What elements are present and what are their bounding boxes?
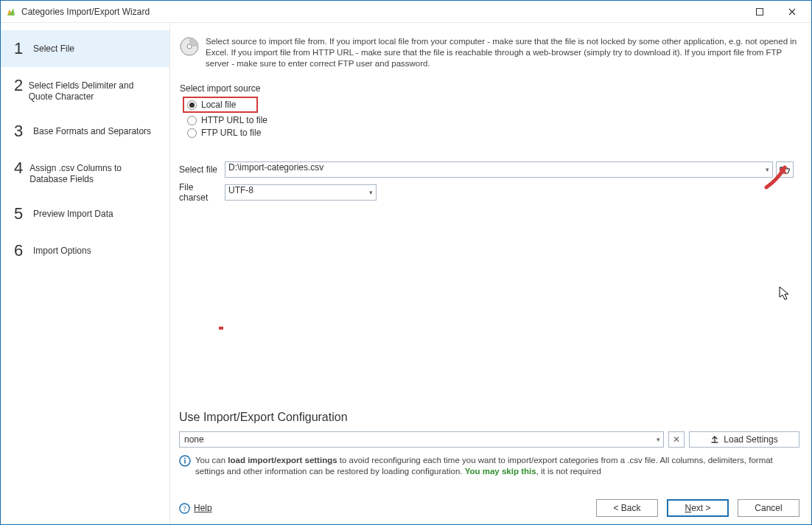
maximize-icon (756, 8, 763, 15)
select-file-label: Select file (179, 164, 225, 175)
radio-icon (187, 116, 197, 125)
config-title: Use Import/Export Configuration (179, 411, 799, 424)
back-button[interactable]: < Back (596, 499, 658, 517)
step-number: 1 (14, 41, 33, 57)
info-row: Select source to import file from. If yo… (179, 36, 799, 69)
disk-icon (179, 36, 200, 57)
file-charset-value: UTF-8 (228, 185, 253, 195)
step-3[interactable]: 3 Base Formats and Separators (1, 113, 169, 150)
config-section: Use Import/Export Configuration none ▾ ✕… (179, 411, 799, 477)
file-charset-label: File charset (179, 182, 225, 203)
arrow-annotation (763, 161, 792, 191)
step-label: Select File (33, 41, 74, 55)
clear-config-button[interactable]: ✕ (668, 431, 685, 448)
annotation-mark (219, 327, 223, 330)
titlebar: Categories Import/Export Wizard (1, 1, 811, 23)
svg-point-4 (184, 458, 186, 459)
highlight-annotation: Local file (183, 97, 258, 113)
config-combo[interactable]: none ▾ (179, 431, 664, 448)
select-file-input[interactable]: D:\import-categories.csv ▾ (225, 161, 773, 178)
import-source-group: Select import source Local file HTTP URL… (179, 83, 799, 141)
step-1[interactable]: 1 Select File (1, 30, 169, 67)
radio-label: Local file (201, 100, 236, 110)
radio-icon (187, 100, 197, 110)
file-charset-row: File charset UTF-8 ▾ (179, 182, 799, 203)
step-number: 6 (14, 243, 33, 259)
config-tip-text: You can load import/export settings to a… (195, 455, 799, 477)
svg-rect-5 (184, 460, 186, 464)
app-icon (5, 6, 17, 18)
info-icon (179, 455, 191, 467)
step-label: Base Formats and Separators (33, 123, 151, 137)
maximize-button[interactable] (743, 1, 776, 22)
close-icon: ✕ (673, 434, 680, 445)
group-legend: Select import source (180, 83, 799, 94)
file-charset-combo[interactable]: UTF-8 ▾ (225, 184, 377, 201)
radio-icon (187, 128, 197, 138)
help-label: Help (194, 503, 212, 513)
close-icon (788, 8, 796, 15)
svg-point-2 (187, 44, 192, 49)
step-number: 3 (14, 123, 33, 139)
step-label: Import Options (33, 243, 91, 257)
step-label: Preview Import Data (33, 206, 113, 220)
step-number: 2 (14, 77, 29, 94)
step-2[interactable]: 2 Select Fields Delimiter and Quote Char… (1, 67, 169, 113)
step-label: Select Fields Delimiter and Quote Charac… (29, 77, 159, 102)
load-settings-button[interactable]: Load Settings (689, 431, 799, 448)
svg-text:?: ? (183, 505, 186, 512)
radio-http-url[interactable]: HTTP URL to file (187, 115, 799, 125)
step-4[interactable]: 4 Assign .csv Columns to Database Fields (1, 150, 169, 195)
step-number: 5 (14, 206, 33, 222)
radio-label: HTTP URL to file (201, 115, 267, 125)
wizard-steps-sidebar: 1 Select File 2 Select Fields Delimiter … (1, 23, 170, 524)
step-number: 4 (14, 160, 29, 176)
window-title: Categories Import/Export Wizard (21, 7, 150, 17)
help-link[interactable]: ? Help (179, 503, 212, 514)
help-icon: ? (179, 503, 190, 514)
main-panel: Select source to import file from. If yo… (170, 23, 811, 524)
close-button[interactable] (776, 1, 808, 22)
step-6[interactable]: 6 Import Options (1, 232, 169, 269)
radio-ftp-url[interactable]: FTP URL to file (187, 128, 799, 138)
info-text: Select source to import file from. If yo… (206, 36, 799, 69)
radio-label: FTP URL to file (201, 128, 261, 138)
load-settings-label: Load Settings (724, 434, 777, 445)
select-file-row: Select file D:\import-categories.csv ▾ (179, 161, 799, 178)
step-label: Assign .csv Columns to Database Fields (29, 160, 159, 185)
config-value: none (184, 434, 204, 445)
next-button[interactable]: Next > (667, 499, 729, 517)
upload-icon (710, 435, 719, 444)
chevron-down-icon: ▾ (657, 436, 660, 443)
select-file-value: D:\import-categories.csv (228, 162, 323, 173)
step-5[interactable]: 5 Preview Import Data (1, 195, 169, 232)
cancel-button[interactable]: Cancel (738, 499, 799, 517)
svg-rect-0 (757, 8, 763, 15)
chevron-down-icon: ▾ (369, 189, 373, 196)
config-tip: You can load import/export settings to a… (179, 455, 799, 477)
radio-local-file[interactable]: Local file (187, 100, 236, 110)
footer: ? Help < Back Next > Cancel (179, 477, 799, 517)
